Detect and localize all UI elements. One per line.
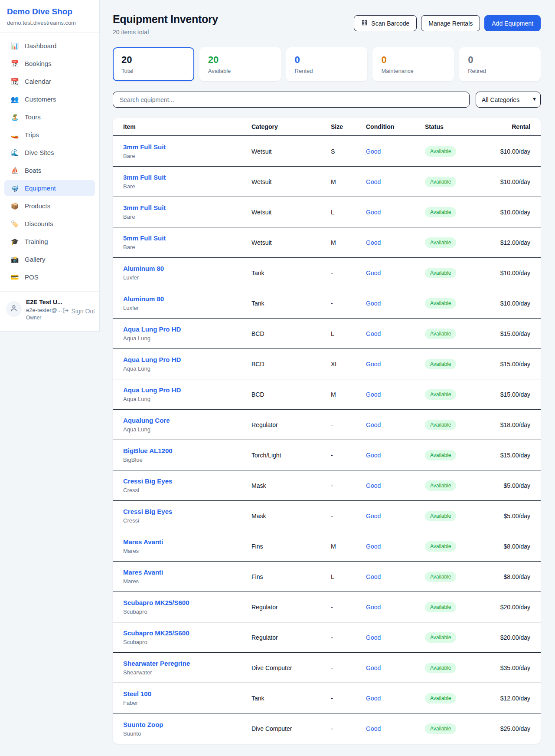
sidebar-item-equipment[interactable]: 🤿 Equipment: [4, 180, 95, 196]
item-name-link[interactable]: Aluminum 80: [123, 265, 251, 272]
sidebar-item-boats[interactable]: ⛵ Boats: [4, 162, 95, 178]
item-rental: $5.00/day: [490, 482, 530, 489]
item-rental: $35.00/day: [490, 664, 530, 671]
scan-barcode-button[interactable]: Scan Barcode: [354, 15, 417, 31]
sidebar-item-training[interactable]: 🎓 Training: [4, 233, 95, 250]
sign-out-button[interactable]: Sign Out: [62, 307, 95, 315]
item-name-link[interactable]: Aqua Lung Pro HD: [123, 386, 251, 394]
pos-icon: 💳: [10, 274, 19, 280]
item-name-link[interactable]: Cressi Big Eyes: [123, 477, 251, 485]
table-header-row: ItemCategorySizeConditionStatusRental: [113, 118, 541, 136]
item-condition-link[interactable]: Good: [366, 330, 425, 337]
item-brand: Cressi: [123, 487, 251, 493]
item-condition-link[interactable]: Good: [366, 695, 425, 702]
item-condition-link[interactable]: Good: [366, 543, 425, 550]
item-name-link[interactable]: Mares Avanti: [123, 569, 251, 576]
item-brand: Scubapro: [123, 639, 251, 645]
item-category: Mask: [251, 482, 331, 489]
item-name-link[interactable]: BigBlue AL1200: [123, 447, 251, 454]
item-name-link[interactable]: Scubapro MK25/S600: [123, 629, 251, 637]
item-condition-link[interactable]: Good: [366, 421, 425, 428]
item-name-link[interactable]: 5mm Full Suit: [123, 234, 251, 242]
stat-card-total[interactable]: 20 Total: [113, 47, 194, 81]
add-equipment-button[interactable]: Add Equipment: [484, 15, 541, 31]
sidebar-item-calendar[interactable]: 📆 Calendar: [4, 73, 95, 89]
stat-card-maintenance[interactable]: 0 Maintenance: [372, 47, 454, 81]
item-size: -: [331, 300, 366, 307]
item-condition-link[interactable]: Good: [366, 270, 425, 276]
item-category: Fins: [251, 573, 331, 580]
sidebar-item-gallery[interactable]: 📸 Gallery: [4, 251, 95, 267]
item-name-link[interactable]: Aqua Lung Pro HD: [123, 325, 251, 333]
item-condition-link[interactable]: Good: [366, 482, 425, 489]
stat-card-retired[interactable]: 0 Retired: [459, 47, 541, 81]
item-condition-link[interactable]: Good: [366, 452, 425, 459]
item-condition-link[interactable]: Good: [366, 634, 425, 641]
stat-card-available[interactable]: 20 Available: [199, 47, 281, 81]
item-rental: $25.00/day: [490, 725, 530, 732]
item-name-link[interactable]: 3mm Full Suit: [123, 204, 251, 211]
sidebar-item-discounts[interactable]: 🏷️ Discounts: [4, 216, 95, 232]
sidebar-item-products[interactable]: 📦 Products: [4, 198, 95, 214]
sidebar-item-bookings[interactable]: 📅 Bookings: [4, 56, 95, 72]
item-category: Dive Computer: [251, 664, 331, 671]
table-row: Aluminum 80 Luxfer Tank - Good Available…: [113, 258, 541, 288]
item-name-link[interactable]: Scubapro MK25/S600: [123, 599, 251, 606]
manage-rentals-label: Manage Rentals: [428, 20, 473, 27]
brand-domain: demo.test.divestreams.com: [7, 20, 92, 26]
item-name-link[interactable]: Cressi Big Eyes: [123, 508, 251, 515]
item-brand: Bare: [123, 214, 251, 220]
item-condition-link[interactable]: Good: [366, 604, 425, 611]
sidebar-item-pos[interactable]: 💳 POS: [4, 269, 95, 285]
status-badge: Available: [425, 207, 456, 217]
sidebar-item-label: Equipment: [25, 184, 56, 192]
item-condition-link[interactable]: Good: [366, 664, 425, 671]
trips-icon: 🚤: [10, 131, 19, 138]
item-condition-link[interactable]: Good: [366, 361, 425, 368]
item-rental: $18.00/day: [490, 421, 530, 428]
item-condition-link[interactable]: Good: [366, 178, 425, 185]
item-condition-link[interactable]: Good: [366, 391, 425, 398]
item-condition-link[interactable]: Good: [366, 239, 425, 246]
item-name-link[interactable]: Aluminum 80: [123, 295, 251, 302]
training-icon: 🎓: [10, 238, 19, 245]
item-condition-link[interactable]: Good: [366, 513, 425, 519]
item-name-link[interactable]: 3mm Full Suit: [123, 174, 251, 181]
item-name-link[interactable]: Shearwater Peregrine: [123, 660, 251, 667]
item-condition-link[interactable]: Good: [366, 725, 425, 732]
sidebar-item-label: Products: [25, 202, 50, 210]
brand-title[interactable]: Demo Dive Shop: [7, 7, 92, 16]
stat-card-rented[interactable]: 0 Rented: [286, 47, 368, 81]
manage-rentals-button[interactable]: Manage Rentals: [421, 15, 480, 31]
stat-value: 20: [121, 54, 186, 66]
item-name-link[interactable]: Suunto Zoop: [123, 721, 251, 728]
item-name-link[interactable]: 3mm Full Suit: [123, 143, 251, 151]
discounts-icon: 🏷️: [10, 220, 19, 227]
item-name-link[interactable]: Mares Avanti: [123, 538, 251, 546]
sidebar-item-trips[interactable]: 🚤 Trips: [4, 127, 95, 143]
item-condition-link[interactable]: Good: [366, 573, 425, 580]
stat-value: 0: [381, 54, 445, 66]
item-size: -: [331, 634, 366, 641]
status-badge: Available: [425, 693, 456, 703]
sidebar-item-tours[interactable]: 🏝️ Tours: [4, 109, 95, 125]
table-row: Mares Avanti Mares Fins L Good Available…: [113, 562, 541, 592]
search-input[interactable]: [113, 92, 470, 108]
table-row: Scubapro MK25/S600 Scubapro Regulator - …: [113, 622, 541, 653]
sidebar-item-dive-sites[interactable]: 🌊 Dive Sites: [4, 145, 95, 161]
item-condition-link[interactable]: Good: [366, 148, 425, 155]
item-name-link[interactable]: Aqua Lung Pro HD: [123, 356, 251, 363]
sidebar-item-dashboard[interactable]: 📊 Dashboard: [4, 38, 95, 54]
table-row: BigBlue AL1200 BigBlue Torch/Light - Goo…: [113, 440, 541, 470]
item-rental: $10.00/day: [490, 300, 530, 307]
sidebar-item-customers[interactable]: 👥 Customers: [4, 91, 95, 107]
item-condition-link[interactable]: Good: [366, 300, 425, 307]
item-name-link[interactable]: Steel 100: [123, 690, 251, 697]
sign-out-label: Sign Out: [72, 308, 95, 315]
category-select[interactable]: All Categories: [476, 92, 541, 108]
item-size: -: [331, 604, 366, 611]
item-brand: Luxfer: [123, 274, 251, 281]
item-name-link[interactable]: Aqualung Core: [123, 417, 251, 424]
item-rental: $8.00/day: [490, 573, 530, 580]
item-condition-link[interactable]: Good: [366, 209, 425, 216]
